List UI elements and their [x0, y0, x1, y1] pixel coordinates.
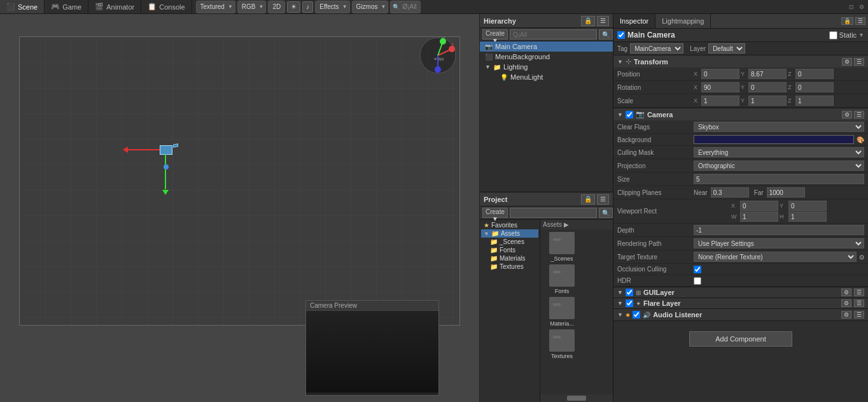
- scale-x-label: X: [694, 97, 700, 104]
- color-picker-icon[interactable]: 🎨: [857, 136, 864, 143]
- camera-menu-btn[interactable]: ☰: [854, 111, 864, 118]
- camera-header[interactable]: ▼ 📷 Camera ⚙ ☰: [613, 108, 868, 120]
- tag-select[interactable]: MainCamera: [630, 43, 683, 54]
- audiolistener-checkbox[interactable]: [633, 311, 640, 319]
- sun-btn[interactable]: ☀: [287, 1, 300, 13]
- scale-y[interactable]: [748, 96, 787, 106]
- viewport-y[interactable]: [788, 201, 827, 211]
- layer-select[interactable]: Default: [708, 43, 745, 54]
- target-texture-pick[interactable]: ⊙: [859, 254, 864, 261]
- static-label: Static: [839, 31, 857, 39]
- tree-textures[interactable]: 📁 Textures: [481, 262, 538, 271]
- effects-label: Effects: [318, 3, 340, 10]
- rotation-x[interactable]: [701, 82, 739, 92]
- favorites-icon: ★: [484, 222, 489, 229]
- camera-enabled-checkbox[interactable]: [626, 111, 633, 118]
- hier-search-btn[interactable]: 🔍: [599, 29, 613, 39]
- audiolistener-menu-btn[interactable]: ☰: [854, 311, 864, 319]
- hierarchy-search[interactable]: [510, 29, 597, 39]
- guilayer-menu-btn[interactable]: ☰: [854, 289, 864, 296]
- target-texture-select[interactable]: None (Render Texture): [694, 252, 857, 262]
- far-input[interactable]: [767, 187, 805, 197]
- add-component-button[interactable]: Add Component: [689, 331, 792, 347]
- hdr-label: HDR: [617, 277, 694, 284]
- tree-favorites[interactable]: ★ Favorites: [481, 221, 538, 229]
- hierarchy-menu-btn[interactable]: ☰: [597, 16, 609, 26]
- proj-search-btn[interactable]: 🔍: [599, 208, 613, 218]
- project-scrollbar[interactable]: [540, 394, 613, 402]
- scene-gizmo[interactable]: X Y Z ≡ Iso: [419, 36, 457, 76]
- flarelayer-checkbox[interactable]: [626, 299, 633, 307]
- position-x[interactable]: [701, 69, 739, 79]
- guilayer-settings-btn[interactable]: ⚙: [841, 289, 851, 296]
- tab-console[interactable]: 📋 Console: [141, 0, 192, 13]
- hdr-checkbox[interactable]: [694, 277, 701, 285]
- size-input[interactable]: [694, 174, 864, 184]
- hier-item-menu-light[interactable]: 💡 MenuLight: [480, 72, 613, 82]
- tree-assets[interactable]: ▼ 📁 Assets: [481, 229, 538, 238]
- depth-input[interactable]: [694, 225, 864, 235]
- flarelayer-header[interactable]: ▼ ✦ Flare Layer ⚙ ☰: [613, 298, 868, 308]
- rotation-y[interactable]: [748, 82, 787, 92]
- tab-scene[interactable]: ⬛ Scene: [0, 0, 45, 13]
- flarelayer-settings-btn[interactable]: ⚙: [841, 299, 851, 307]
- asset-fonts[interactable]: Fonts: [543, 264, 581, 294]
- project-scrollbar-thumb[interactable]: [567, 396, 586, 401]
- svg-rect-0: [20, 37, 459, 325]
- transform-header[interactable]: ▼ ⊹ Transform ⚙ ☰: [613, 55, 868, 68]
- maximize-icon[interactable]: ⊡: [849, 4, 854, 10]
- project-search[interactable]: [510, 208, 597, 218]
- tree-scenes[interactable]: 📁 _Scenes: [481, 238, 538, 246]
- audiolistener-header[interactable]: ▼ ● 🔊 Audio Listener ⚙ ☰: [613, 309, 868, 320]
- textures-icon: 📁: [490, 263, 498, 270]
- hier-item-menu-background[interactable]: ⬛ MenuBackground: [480, 52, 613, 62]
- inspector-menu-btn[interactable]: ☰: [855, 17, 865, 25]
- viewport-x[interactable]: [740, 201, 778, 211]
- inspector-lock-btn[interactable]: 🔒: [841, 17, 853, 25]
- project-menu-btn[interactable]: ☰: [597, 194, 609, 205]
- background-color-swatch[interactable]: [694, 135, 854, 144]
- transform-menu-btn[interactable]: ☰: [854, 58, 864, 66]
- project-create-btn[interactable]: Create ▼: [482, 208, 508, 218]
- camera-settings-btn[interactable]: ⚙: [842, 111, 852, 118]
- hier-item-lighting[interactable]: ▼ 📁 Lighting: [480, 62, 613, 72]
- static-arrow[interactable]: ▼: [858, 32, 864, 38]
- settings-icon[interactable]: ⚙: [859, 4, 864, 10]
- guilayer-header[interactable]: ▼ ⊞ GUILayer ⚙ ☰: [613, 287, 868, 298]
- asset-scenes[interactable]: _Scenes: [543, 232, 581, 262]
- project-lock-btn[interactable]: 🔒: [581, 194, 595, 205]
- position-z[interactable]: [795, 69, 834, 79]
- tree-fonts[interactable]: 📁 Fonts: [481, 246, 538, 254]
- scale-x[interactable]: [701, 96, 739, 106]
- hier-create-btn[interactable]: Create ▼: [482, 29, 508, 39]
- hierarchy-lock-btn[interactable]: 🔒: [581, 16, 595, 26]
- asset-materials[interactable]: Materia...: [543, 297, 581, 327]
- rendering-path-select[interactable]: Use Player Settings: [694, 238, 864, 248]
- audio-btn[interactable]: ♪: [302, 1, 313, 13]
- position-y[interactable]: [748, 69, 787, 79]
- viewport-h[interactable]: [788, 212, 827, 222]
- flarelayer-menu-btn[interactable]: ☰: [854, 299, 864, 307]
- scale-z[interactable]: [795, 96, 834, 106]
- static-checkbox[interactable]: [829, 31, 837, 39]
- transform-settings-btn[interactable]: ⚙: [842, 58, 852, 66]
- audiolistener-settings-btn[interactable]: ⚙: [841, 311, 851, 319]
- tab-animator[interactable]: 🎬 Animator: [88, 0, 141, 13]
- projection-select[interactable]: Orthographic: [694, 161, 864, 171]
- guilayer-checkbox[interactable]: [626, 289, 633, 296]
- rotation-z[interactable]: [795, 82, 834, 92]
- scene-canvas[interactable]: X Y Z ≡ Iso Camera Preview: [0, 14, 479, 402]
- near-input[interactable]: [711, 187, 749, 197]
- occlusion-culling-checkbox[interactable]: [694, 266, 701, 273]
- hier-item-main-camera[interactable]: 📷 Main Camera: [480, 41, 613, 52]
- tree-materials[interactable]: 📁 Materials: [481, 254, 538, 262]
- object-enabled-checkbox[interactable]: [617, 31, 625, 39]
- culling-mask-select[interactable]: Everything: [694, 147, 864, 157]
- viewport-w[interactable]: [740, 212, 778, 222]
- tab-game[interactable]: 🎮 Game: [45, 0, 88, 13]
- tab-lightmapping[interactable]: Lightmapping: [655, 14, 711, 28]
- clear-flags-select[interactable]: Skybox: [694, 122, 864, 132]
- asset-textures[interactable]: Textures: [543, 329, 581, 359]
- hierarchy-toolbar: Create ▼ 🔍 ★: [480, 28, 613, 41]
- tab-inspector[interactable]: Inspector: [613, 14, 655, 28]
